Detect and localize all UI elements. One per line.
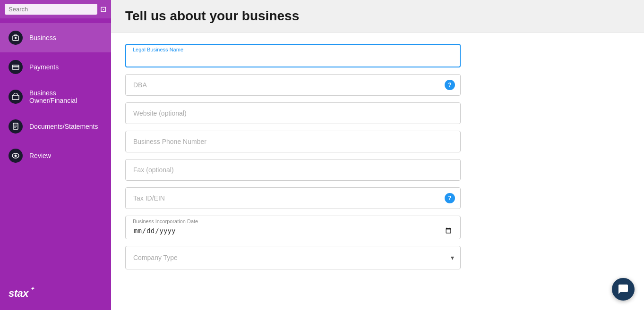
svg-point-10 bbox=[15, 155, 17, 157]
page-title: Tell us about your business bbox=[125, 8, 630, 24]
sidebar-item-business[interactable]: Business bbox=[0, 23, 111, 52]
page-header: Tell us about your business bbox=[111, 0, 644, 33]
main-content: Tell us about your business Legal Busine… bbox=[111, 0, 644, 310]
svg-rect-4 bbox=[12, 95, 19, 100]
company-type-select[interactable]: Company Type LLC Corporation Sole Propri… bbox=[125, 246, 461, 269]
date-wrapper: Business Incorporation Date bbox=[125, 216, 461, 239]
sidebar-owner-label: Business Owner/Financial bbox=[29, 89, 103, 104]
search-input[interactable] bbox=[5, 4, 97, 15]
company-type-wrapper: Company Type LLC Corporation Sole Propri… bbox=[125, 246, 461, 269]
business-form: Legal Business Name ? ? bbox=[111, 33, 456, 287]
legal-name-wrapper: Legal Business Name bbox=[125, 44, 461, 67]
svg-rect-1 bbox=[15, 37, 17, 39]
chat-button[interactable] bbox=[612, 278, 635, 301]
search-icon[interactable]: ⊡ bbox=[100, 5, 106, 14]
legal-name-input[interactable] bbox=[125, 44, 461, 67]
owner-icon bbox=[9, 90, 23, 104]
review-icon bbox=[9, 149, 23, 163]
sidebar-item-documents[interactable]: Documents/Statements bbox=[0, 112, 111, 141]
dba-wrapper: ? bbox=[125, 74, 461, 96]
sidebar-search-bar: ⊡ bbox=[0, 0, 111, 18]
phone-field bbox=[125, 131, 442, 152]
sidebar-business-label: Business bbox=[29, 34, 56, 42]
tax-id-input[interactable] bbox=[125, 187, 461, 209]
sidebar-item-payments[interactable]: Payments bbox=[0, 52, 111, 82]
stax-logo: stax ✦ bbox=[0, 278, 50, 310]
dba-input[interactable] bbox=[125, 74, 461, 96]
incorporation-date-field: Business Incorporation Date bbox=[125, 216, 442, 239]
sidebar-navigation: Business Payments Business Owner/Financi… bbox=[0, 18, 111, 278]
tax-id-help-icon[interactable]: ? bbox=[445, 193, 455, 203]
sidebar-item-owner[interactable]: Business Owner/Financial bbox=[0, 82, 111, 112]
documents-icon bbox=[9, 119, 23, 134]
sidebar: ⊡ Business Payments bbox=[0, 0, 111, 310]
website-field bbox=[125, 102, 442, 124]
incorporation-date-input[interactable] bbox=[125, 216, 461, 239]
sidebar-documents-label: Documents/Statements bbox=[29, 123, 98, 130]
tax-id-field: ? bbox=[125, 187, 442, 209]
phone-input[interactable] bbox=[125, 131, 461, 152]
business-icon bbox=[9, 31, 23, 45]
fax-input[interactable] bbox=[125, 159, 461, 181]
svg-text:✦: ✦ bbox=[30, 286, 35, 291]
website-input[interactable] bbox=[125, 102, 461, 124]
sidebar-payments-label: Payments bbox=[29, 63, 59, 71]
svg-rect-3 bbox=[12, 67, 19, 67]
tax-id-wrapper: ? bbox=[125, 187, 461, 209]
stax-logo-text: stax ✦ bbox=[9, 285, 42, 302]
svg-text:stax: stax bbox=[9, 287, 29, 299]
dba-help-icon[interactable]: ? bbox=[445, 80, 455, 90]
dba-field: ? bbox=[125, 74, 442, 96]
fax-field bbox=[125, 159, 442, 181]
sidebar-review-label: Review bbox=[29, 152, 51, 159]
company-type-field: Company Type LLC Corporation Sole Propri… bbox=[125, 246, 442, 269]
legal-name-field: Legal Business Name bbox=[125, 44, 442, 67]
sidebar-item-review[interactable]: Review bbox=[0, 141, 111, 170]
payments-icon bbox=[9, 60, 23, 74]
